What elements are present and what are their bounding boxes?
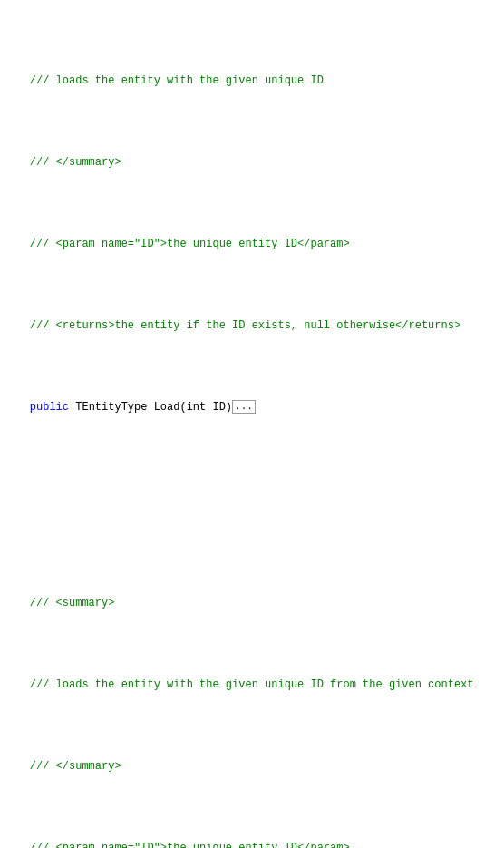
- code-line: /// </summary>: [4, 138, 500, 187]
- code-line: /// </summary>: [4, 742, 500, 791]
- ellipsis[interactable]: ...: [232, 400, 256, 414]
- comment: /// <returns>the entity if the ID exists…: [30, 319, 460, 332]
- comment: /// loads the entity with the given uniq…: [30, 678, 474, 691]
- code-line: /// loads the entity with the given uniq…: [4, 56, 500, 105]
- comment: /// </summary>: [30, 760, 121, 773]
- code-line: /// <summary>: [4, 579, 500, 628]
- code-viewer: /// loads the entity with the given uniq…: [0, 0, 504, 848]
- keyword: public: [30, 401, 69, 414]
- code-line: [4, 497, 500, 513]
- code-line: /// <param name="ID">the unique entity I…: [4, 824, 500, 848]
- comment: /// <param name="ID">the unique entity I…: [30, 842, 350, 848]
- code-line: /// loads the entity with the given uniq…: [4, 660, 500, 709]
- comment: /// </summary>: [30, 156, 121, 169]
- comment: /// <param name="ID">the unique entity I…: [30, 238, 350, 250]
- code-line: /// <param name="ID">the unique entity I…: [4, 219, 500, 268]
- code-line: /// <returns>the entity if the ID exists…: [4, 301, 500, 350]
- comment: /// <summary>: [30, 597, 115, 609]
- code-line: public TEntityType Load(int ID)...: [4, 383, 500, 432]
- code-text: TEntityType Load(int ID): [69, 401, 232, 414]
- comment: /// loads the entity with the given uniq…: [30, 74, 324, 87]
